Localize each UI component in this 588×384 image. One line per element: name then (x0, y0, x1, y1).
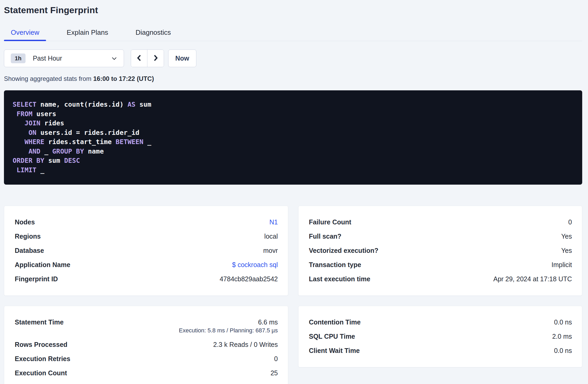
sql-line: LIMIT _ (13, 165, 574, 175)
summary-cards-row-1: NodesN1RegionslocalDatabasemovrApplicati… (4, 206, 582, 296)
stat-value-wrap: 0.0 ns (554, 347, 572, 355)
sql-line: SELECT name, count(rides.id) AS sum (13, 100, 574, 109)
stat-value: movr (263, 247, 278, 254)
stat-label: Client Wait Time (309, 347, 360, 355)
sql-keyword: FROM (17, 110, 32, 118)
stat-value-wrap: 0 (274, 355, 278, 363)
tab-explain-plans[interactable]: Explain Plans (60, 28, 115, 41)
stat-label: Statement Time (15, 318, 64, 326)
sql-keyword: ORDER BY (13, 157, 44, 164)
sql-line: FROM users (13, 109, 574, 119)
sql-text: name, count(rides.id) (36, 101, 127, 108)
statement-times-card: Statement Time6.6 msExecution: 5.8 ms / … (4, 306, 288, 384)
stat-row: Fingerprint ID4784cb829aab2542 (15, 275, 278, 283)
chevron-down-icon (111, 55, 117, 62)
sql-text: users (32, 110, 56, 118)
stat-value: 4784cb829aab2542 (220, 275, 278, 283)
stat-label: Transaction type (309, 261, 361, 269)
sql-text (13, 110, 17, 118)
sql-keyword: JOIN (24, 119, 40, 127)
time-range-label: Past Hour (33, 55, 62, 62)
stat-value-wrap: 25 (271, 369, 278, 377)
stat-value-wrap: N1 (270, 218, 278, 226)
stats-caption-range: 16:00 to 17:22 (UTC) (93, 75, 154, 82)
stat-value-wrap: movr (263, 247, 278, 254)
stat-label: Full scan? (309, 232, 342, 240)
stat-value: 0 (274, 355, 278, 363)
stat-label: Database (15, 247, 44, 254)
sql-line: ON users.id = rides.rider_id (13, 128, 574, 137)
sql-line: JOIN rides (13, 119, 574, 128)
time-range-dropdown[interactable]: 1h Past Hour (4, 50, 124, 67)
stat-row: Regionslocal (15, 232, 278, 240)
summary-cards-row-2: Statement Time6.6 msExecution: 5.8 ms / … (4, 306, 582, 384)
stat-label: Regions (15, 232, 41, 240)
stat-value-link[interactable]: $ cockroach sql (232, 261, 278, 269)
sql-text: rides (40, 119, 64, 127)
sql-text: _ (36, 166, 44, 174)
sql-keyword: LIMIT (17, 166, 36, 174)
stat-value: 6.6 ms (179, 318, 278, 326)
stat-row: Full scan?Yes (309, 232, 572, 240)
sql-text: name (84, 147, 104, 155)
tab-overview[interactable]: Overview (4, 28, 46, 41)
sql-line: ORDER BY sum DESC (13, 156, 574, 165)
sql-line: WHERE rides.start_time BETWEEN _ (13, 137, 574, 147)
aggregated-stats-caption: Showing aggregated stats from16:00 to 17… (4, 75, 582, 82)
stat-row: Failure Count0 (309, 218, 572, 226)
stat-row: Databasemovr (15, 247, 278, 254)
stat-row: Vectorized execution?Yes (309, 247, 572, 254)
sql-keyword: DESC (64, 157, 80, 164)
chevron-right-icon (152, 54, 159, 63)
stat-value: 0.0 ns (554, 347, 572, 355)
stats-caption-prefix: Showing aggregated stats from (4, 75, 91, 82)
stat-value-wrap: Implicit (551, 261, 572, 269)
sql-text: sum (136, 101, 151, 108)
sql-text: _ (40, 147, 52, 155)
sql-keyword: SELECT (13, 101, 36, 108)
stat-value-wrap: 2.3 k Reads / 0 Writes (213, 341, 278, 348)
stat-value: 2.3 k Reads / 0 Writes (213, 341, 278, 348)
now-button[interactable]: Now (168, 50, 196, 67)
stat-row: Contention Time0.0 ns (309, 318, 572, 326)
sql-keyword: GROUP BY (52, 147, 84, 155)
next-time-button[interactable] (147, 50, 164, 67)
stat-row: SQL CPU Time2.0 ms (309, 332, 572, 340)
stat-row: Execution Count25 (15, 369, 278, 377)
stat-value-link[interactable]: N1 (270, 218, 278, 226)
stat-row: Rows Processed2.3 k Reads / 0 Writes (15, 341, 278, 348)
sql-text: rides.start_time (44, 138, 116, 146)
page-title: Statement Fingerprint (4, 5, 582, 15)
time-toolbar: 1h Past Hour (4, 50, 582, 67)
sql-text: sum (44, 157, 64, 164)
stat-value: Implicit (551, 261, 572, 269)
sql-text (13, 119, 24, 127)
stat-value: Yes (561, 247, 572, 254)
sql-statement-box: SELECT name, count(rides.id) AS sum FROM… (4, 90, 582, 185)
stat-label: Execution Retries (15, 355, 70, 363)
stat-row: Client Wait Time0.0 ns (309, 347, 572, 355)
stat-label: SQL CPU Time (309, 332, 355, 340)
statement-fingerprint-page: Statement Fingerprint Overview Explain P… (0, 0, 588, 384)
sql-text (13, 147, 28, 155)
stat-value-wrap: 6.6 msExecution: 5.8 ms / Planning: 687.… (179, 318, 278, 334)
stat-row: Transaction typeImplicit (309, 261, 572, 269)
stat-label: Last execution time (309, 275, 370, 283)
stat-value-wrap: Yes (561, 232, 572, 240)
stat-value: 2.0 ms (552, 332, 572, 340)
stat-value-wrap: 0 (568, 218, 572, 226)
sql-line: AND _ GROUP BY name (13, 147, 574, 156)
stat-value: Yes (561, 232, 572, 240)
sql-text (13, 166, 17, 174)
previous-time-button[interactable] (131, 50, 147, 67)
tab-diagnostics[interactable]: Diagnostics (129, 28, 178, 41)
sql-keyword: BETWEEN (116, 138, 143, 146)
wait-times-card: Contention Time0.0 nsSQL CPU Time2.0 msC… (298, 306, 582, 367)
time-range-badge: 1h (11, 53, 26, 63)
sql-text: _ (143, 138, 151, 146)
stat-value: 0 (568, 218, 572, 226)
stat-label: Execution Count (15, 369, 67, 377)
stat-value-wrap: Apr 29, 2024 at 17:18 UTC (493, 275, 572, 283)
stat-label: Rows Processed (15, 341, 67, 348)
stat-value-wrap: 2.0 ms (552, 332, 572, 340)
